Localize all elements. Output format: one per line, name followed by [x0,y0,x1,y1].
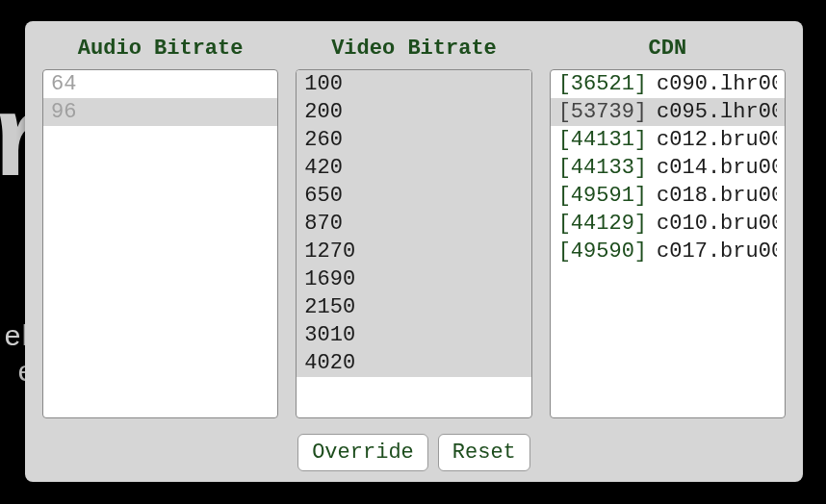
audio-column: Audio Bitrate 6496 [42,38,278,418]
cdn-column: CDN [36521]c090.lhr00[53739]c095.lhr00[4… [550,38,786,418]
video-column: Video Bitrate 10020026042065087012701690… [296,38,531,418]
video-listbox[interactable]: 10020026042065087012701690215030104020 [296,69,531,418]
cdn-id: [53739] [558,98,647,126]
video-item[interactable]: 200 [297,98,530,126]
cdn-id: [36521] [558,70,647,98]
video-item[interactable]: 870 [297,210,530,238]
audio-listbox[interactable]: 6496 [42,69,278,418]
video-item[interactable]: 1270 [297,238,530,265]
cdn-item[interactable]: [44131]c012.bru00 [551,126,785,154]
video-item[interactable]: 4020 [297,349,530,377]
cdn-id: [49590] [558,238,647,265]
video-title: Video Bitrate [296,38,531,65]
video-item[interactable]: 420 [297,154,530,182]
cdn-host: c090.lhr00 [657,70,777,98]
cdn-host: c014.bru00 [657,154,777,182]
cdn-item[interactable]: [53739]c095.lhr00 [551,98,785,126]
bitrate-override-panel: Audio Bitrate 6496 Video Bitrate 1002002… [25,21,803,482]
cdn-item[interactable]: [44133]c014.bru00 [551,154,785,182]
audio-item[interactable]: 96 [43,98,277,126]
audio-item[interactable]: 64 [43,70,277,98]
video-item[interactable]: 3010 [297,321,530,349]
cdn-listbox[interactable]: [36521]c090.lhr00[53739]c095.lhr00[44131… [550,69,786,418]
cdn-id: [44131] [558,126,647,154]
cdn-title: CDN [550,38,786,65]
video-item[interactable]: 100 [297,70,530,98]
cdn-item[interactable]: [36521]c090.lhr00 [551,70,785,98]
cdn-host: c012.bru00 [657,126,777,154]
cdn-host: c018.bru00 [657,182,777,210]
cdn-host: c010.bru00 [657,210,777,238]
video-item[interactable]: 650 [297,182,530,210]
cdn-id: [49591] [558,182,647,210]
audio-title: Audio Bitrate [42,38,278,65]
button-row: Override Reset [42,434,786,471]
video-item[interactable]: 1690 [297,265,530,293]
cdn-item[interactable]: [49590]c017.bru00 [551,238,785,265]
cdn-id: [44129] [558,210,647,238]
video-item[interactable]: 260 [297,126,530,154]
reset-button[interactable]: Reset [438,434,530,471]
cdn-item[interactable]: [49591]c018.bru00 [551,182,785,210]
override-button[interactable]: Override [297,434,428,471]
cdn-host: c095.lhr00 [657,98,777,126]
cdn-item[interactable]: [44129]c010.bru00 [551,210,785,238]
cdn-host: c017.bru00 [657,238,777,265]
cdn-id: [44133] [558,154,647,182]
video-item[interactable]: 2150 [297,293,530,321]
